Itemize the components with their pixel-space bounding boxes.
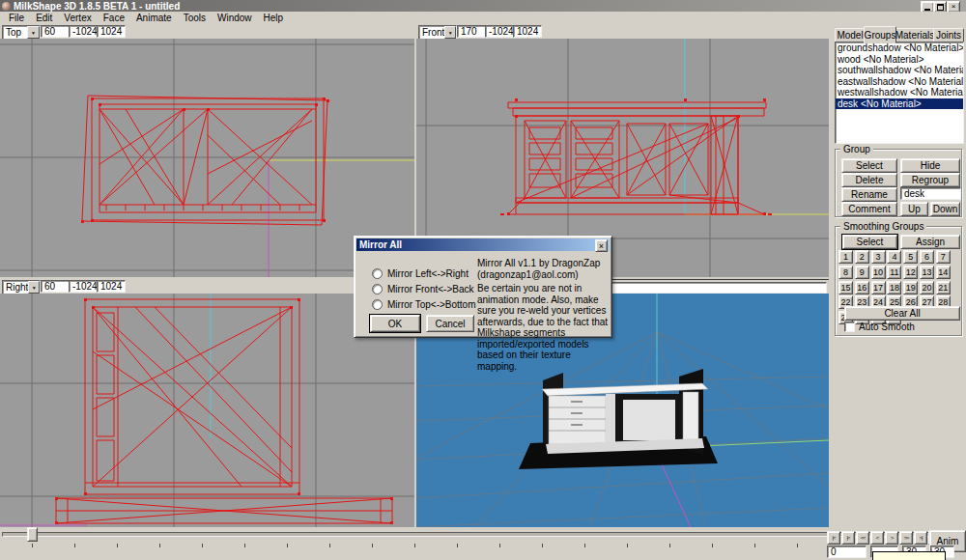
dialog-title: Mirror All — [359, 239, 402, 250]
playback-button[interactable]: >> — [899, 531, 913, 545]
group-list-item[interactable]: wood <No Material> — [836, 54, 963, 66]
menu-item[interactable]: Window — [212, 12, 258, 24]
chevron-down-icon[interactable]: ▼ — [27, 26, 40, 39]
viewport-range-field[interactable]: -1024 — [485, 25, 514, 38]
viewport-header-top-left: Top ▼ 60-10241024 — [0, 24, 414, 39]
viewport-range-field[interactable]: 60 — [41, 280, 70, 293]
group-regroup-button[interactable]: Regroup — [900, 173, 960, 187]
dialog-close-button[interactable]: × — [595, 239, 608, 252]
timeline-thumb[interactable] — [27, 527, 38, 542]
smoothing-group-number-button[interactable]: 12 — [903, 266, 918, 279]
playback-button[interactable]: < — [870, 531, 884, 545]
viewport-range-field[interactable]: -1024 — [69, 25, 98, 38]
smoothing-group-number-button[interactable]: 20 — [920, 281, 934, 294]
playback-button[interactable]: |< — [841, 531, 855, 545]
viewport-right[interactable] — [0, 294, 414, 527]
group-comment-button[interactable]: Comment — [841, 202, 897, 216]
smoothing-group-number-button[interactable]: 10 — [871, 266, 886, 279]
cancel-button[interactable]: Cancel — [426, 315, 474, 332]
app-icon — [2, 2, 11, 11]
group-list-item[interactable]: westwallshadow <No Material> — [836, 87, 963, 98]
tab-joints[interactable]: Joints — [933, 28, 964, 42]
smoothing-group-number-button[interactable]: 21 — [936, 281, 951, 294]
view-mode-select-right[interactable]: Right ▼ — [2, 280, 41, 294]
chevron-down-icon[interactable]: ▼ — [28, 281, 40, 294]
smoothing-group-number-button[interactable]: 8 — [838, 266, 853, 279]
dialog-title-bar[interactable]: Mirror All × — [356, 238, 610, 251]
timeline-ticks — [32, 544, 816, 547]
chevron-down-icon[interactable]: ▼ — [444, 26, 456, 39]
menu-item[interactable]: Face — [98, 12, 130, 24]
viewport-range-field[interactable]: 60 — [41, 25, 70, 38]
tab-materials[interactable]: Materials — [895, 28, 935, 42]
title-bar[interactable]: MilkShape 3D 1.8.5 BETA 1 - untitled × — [0, 0, 966, 12]
ok-button[interactable]: OK — [370, 315, 420, 332]
right-view-wireframe — [0, 294, 414, 527]
mirror-all-dialog: Mirror All × Mirror Left<->Right Mirror … — [354, 236, 612, 338]
milkshape-window: MilkShape 3D 1.8.5 BETA 1 - untitled × F… — [0, 0, 966, 560]
smoothing-assign-button[interactable]: Assign — [900, 235, 960, 249]
playback-button[interactable]: |< — [827, 531, 840, 545]
menu-item[interactable]: Tools — [178, 12, 212, 24]
group-select-button[interactable]: Select — [841, 158, 897, 173]
group-up-button[interactable]: Up — [900, 202, 928, 216]
group-rename-button[interactable]: Rename — [841, 187, 897, 202]
playback-button[interactable]: >| — [914, 531, 927, 545]
viewport-range-field[interactable]: -1024 — [69, 280, 98, 293]
group-delete-button[interactable]: Delete — [841, 173, 897, 187]
smoothing-group-number-button[interactable]: 16 — [855, 281, 869, 294]
menu-item[interactable]: Animate — [130, 12, 178, 24]
viewport-range-field[interactable]: 1024 — [513, 25, 542, 38]
smoothing-group-number-button[interactable]: 18 — [887, 281, 901, 294]
clear-all-button[interactable]: Clear All — [844, 306, 960, 321]
viewport-range-field[interactable]: 1024 — [97, 25, 126, 38]
frame-field[interactable]: 0 — [827, 546, 867, 558]
groups-list[interactable]: groundshadow <No Material>wood <No Mater… — [835, 42, 964, 144]
smoothing-select-button[interactable]: Select — [842, 235, 897, 249]
smoothing-group-number-button[interactable]: 17 — [871, 281, 886, 294]
group-down-button[interactable]: Down — [930, 202, 960, 216]
group-name-input[interactable]: desk — [900, 187, 961, 200]
menu-bar: FileEditVertexFaceAnimateToolsWindowHelp — [0, 12, 966, 24]
tab-groups[interactable]: Groups — [864, 26, 896, 43]
smoothing-group-number-button[interactable]: 1 — [838, 250, 853, 264]
viewport-range-field[interactable]: 1024 — [97, 280, 126, 293]
smoothing-group-number-button[interactable]: 7 — [936, 250, 951, 264]
tab-model[interactable]: Model — [835, 28, 866, 42]
group-list-item[interactable]: groundshadow <No Material> — [836, 42, 963, 54]
smoothing-group-number-button[interactable]: 14 — [936, 266, 951, 279]
playback-button[interactable]: << — [856, 531, 869, 545]
group-hide-button[interactable]: Hide — [900, 158, 960, 173]
smoothing-group-number-button[interactable]: 15 — [838, 281, 853, 294]
menu-item[interactable]: Help — [258, 12, 290, 24]
group-list-item[interactable]: desk <No Material> — [836, 98, 963, 110]
viewport-header-bottom-left: Right ▼ 60-10241024 — [0, 279, 414, 294]
auto-smooth-checkbox[interactable] — [844, 322, 855, 332]
viewport-top[interactable] — [0, 39, 414, 277]
timeline-track[interactable] — [2, 532, 964, 537]
smoothing-group-number-button[interactable]: 13 — [920, 266, 934, 279]
radio-mirror-front-back[interactable]: Mirror Front<->Back — [372, 283, 473, 294]
smoothing-group-number-button[interactable]: 2 — [855, 250, 869, 264]
smoothing-group-number-button[interactable]: 5 — [903, 250, 918, 264]
smoothing-group-number-button[interactable]: 4 — [887, 250, 901, 264]
menu-item[interactable]: Vertex — [58, 12, 97, 24]
smoothing-group-number-button[interactable]: 19 — [903, 281, 918, 294]
view-mode-select-top[interactable]: Top ▼ — [2, 25, 41, 40]
smoothing-group-number-button[interactable]: 6 — [920, 250, 934, 264]
menu-item[interactable]: File — [3, 12, 30, 24]
group-list-item[interactable]: eastwallshadow <No Material> — [836, 76, 963, 88]
smoothing-number-grid: 1234567891011121314151617181920212223242… — [838, 250, 961, 304]
radio-mirror-top-bottom[interactable]: Mirror Top<->Bottom — [372, 298, 476, 310]
menu-item[interactable]: Edit — [30, 12, 58, 24]
smoothing-group-number-button[interactable]: 11 — [887, 266, 901, 279]
view-mode-select-front[interactable]: Front ▼ — [418, 25, 457, 40]
radio-mirror-left-right[interactable]: Mirror Left<->Right — [372, 267, 469, 279]
viewport-range-field[interactable]: 170 — [457, 25, 486, 38]
group-list-item[interactable]: southwallshadow <No Material> — [836, 65, 963, 76]
view-mode-value: Top — [3, 27, 27, 38]
smoothing-group-number-button[interactable]: 3 — [871, 250, 886, 264]
smoothing-group-number-button[interactable]: 9 — [855, 266, 869, 279]
radio-icon — [372, 268, 383, 279]
playback-button[interactable]: > — [885, 531, 898, 545]
